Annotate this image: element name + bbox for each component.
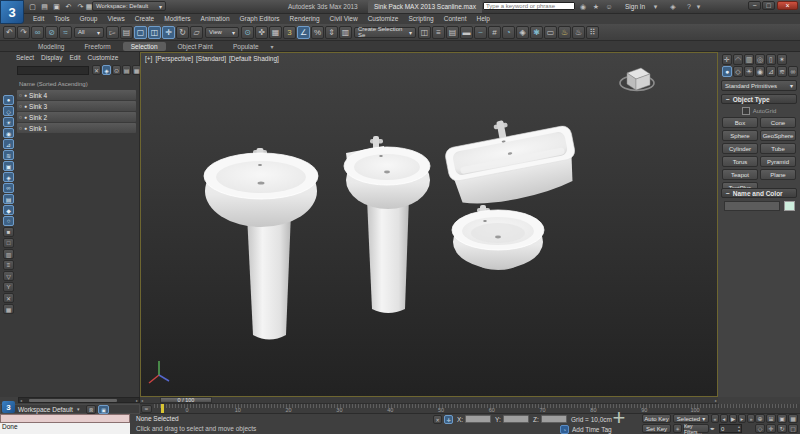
scene-object-row[interactable]: ○●Sink 2 xyxy=(17,112,136,122)
x-coordinate-field[interactable] xyxy=(465,415,491,423)
primitive-sphere-button[interactable]: Sphere xyxy=(722,130,758,141)
selection-lock-icon[interactable]: ✕ xyxy=(433,415,442,424)
sync-selection-icon[interactable]: ▥ xyxy=(3,249,14,259)
display-helpers-icon[interactable]: ⊿ xyxy=(3,139,14,149)
display-lights-icon[interactable]: ☀ xyxy=(3,117,14,127)
y-coordinate-field[interactable] xyxy=(503,415,529,423)
help-icon[interactable]: ? xyxy=(684,2,694,11)
sink-3-object[interactable] xyxy=(441,108,582,211)
modify-tab-icon[interactable]: ◠ xyxy=(733,54,743,65)
restore-button[interactable]: □ xyxy=(762,1,775,10)
current-frame-marker[interactable] xyxy=(161,404,164,413)
previous-frame-icon[interactable]: ◂ xyxy=(720,414,728,423)
create-tab-icon[interactable]: ✛ xyxy=(722,54,732,65)
explorer-menu-customize[interactable]: Customize xyxy=(88,54,119,61)
key-filters-button[interactable]: Key Filters... xyxy=(683,424,709,433)
align-icon[interactable]: ≡ xyxy=(432,26,445,39)
sort-alphabetical-icon[interactable]: ≡ xyxy=(3,260,14,270)
go-to-start-icon[interactable]: « xyxy=(711,414,719,423)
use-pivot-center-icon[interactable]: ⊙ xyxy=(241,26,254,39)
display-spacewarps-icon[interactable]: ≋ xyxy=(3,150,14,160)
hierarchy-tab-icon[interactable]: ▥ xyxy=(744,54,754,65)
primitive-box-button[interactable]: Box xyxy=(722,117,758,128)
rectangular-selection-region-icon[interactable]: ▢ xyxy=(134,26,147,39)
maximize-viewport-icon[interactable]: ▢ xyxy=(788,424,798,433)
workspace-mini-logo[interactable]: 3 xyxy=(2,401,15,413)
set-key-button[interactable]: Set Key xyxy=(642,424,671,433)
display-bones-icon[interactable]: ∞ xyxy=(3,183,14,193)
new-scene-icon[interactable]: ▢ xyxy=(27,2,38,12)
primitive-category-dropdown[interactable]: Standard Primitives ▾ xyxy=(721,80,797,91)
current-frame-field[interactable]: 0 ▴▾ xyxy=(719,424,742,433)
hierarchy-mode-icon[interactable]: Y xyxy=(3,282,14,292)
primitive-torus-button[interactable]: Torus xyxy=(722,156,758,167)
select-and-link-icon[interactable]: ∞ xyxy=(31,26,44,39)
object-name-field[interactable] xyxy=(724,201,780,211)
menu-scripting[interactable]: Scripting xyxy=(403,15,438,22)
visibility-dot-icon[interactable]: ○ xyxy=(19,103,22,109)
sign-in-link[interactable]: Sign In xyxy=(625,3,645,10)
primitive-tube-button[interactable]: Tube xyxy=(760,143,796,154)
visibility-dot-icon[interactable]: ○ xyxy=(19,125,22,131)
select-object-icon[interactable]: ▻ xyxy=(106,26,119,39)
select-dependents-icon[interactable]: □ xyxy=(3,238,14,248)
help-caret-icon[interactable]: ▾ xyxy=(695,2,702,11)
display-objects-icon[interactable]: ○ xyxy=(3,216,14,226)
sink-2-object[interactable] xyxy=(344,136,430,313)
object-type-rollout[interactable]: − Object Type xyxy=(721,94,797,104)
utilities-tab-icon[interactable]: ✶ xyxy=(777,54,787,65)
schematic-view-icon[interactable]: # xyxy=(488,26,501,39)
ribbon-overflow-icon[interactable]: ▾ xyxy=(271,43,274,50)
named-selection-set-field[interactable]: Create Selection Se ▾ xyxy=(354,27,416,38)
curve-editor-icon[interactable]: ~ xyxy=(474,26,487,39)
auto-key-button[interactable]: Auto Key xyxy=(642,414,671,423)
3ds-max-logo[interactable]: 3 xyxy=(0,0,24,24)
render-iterative-icon[interactable]: ♨ xyxy=(572,26,585,39)
selection-filter-dropdown[interactable]: All ▾ xyxy=(74,27,104,38)
filter-combinations-icon[interactable]: ✕ xyxy=(3,293,14,303)
rendered-frame-window-icon[interactable]: ▭ xyxy=(544,26,557,39)
primitive-cone-button[interactable]: Cone xyxy=(760,117,796,128)
select-and-manipulate-icon[interactable]: ✜ xyxy=(255,26,268,39)
ribbon-tab-modeling[interactable]: Modeling xyxy=(30,42,72,51)
zoom-icon[interactable]: ⊕ xyxy=(755,414,765,423)
viewcube[interactable] xyxy=(620,68,654,91)
search-go-icon[interactable]: ◉ xyxy=(578,2,588,11)
explorer-menu-edit[interactable]: Edit xyxy=(69,54,80,61)
primitive-pyramid-button[interactable]: Pyramid xyxy=(760,156,796,167)
select-and-move-icon[interactable]: ✛ xyxy=(162,26,175,39)
scrollbar-thumb[interactable] xyxy=(29,399,117,402)
viewport-label-segment-3[interactable]: [Default Shading] xyxy=(229,55,279,62)
select-and-rotate-icon[interactable]: ↻ xyxy=(176,26,189,39)
viewport-label-segment-2[interactable]: [Standard] xyxy=(196,55,226,62)
menu-tools[interactable]: Tools xyxy=(49,15,74,22)
ribbon-tab-freeform[interactable]: Freeform xyxy=(76,42,118,51)
scroll-left-icon[interactable]: ◂ xyxy=(20,398,22,403)
scroll-right-icon[interactable]: ▸ xyxy=(136,398,138,403)
maxscript-mini-listener-input[interactable] xyxy=(0,414,130,423)
object-color-swatch[interactable] xyxy=(784,201,795,211)
material-map-browser-icon[interactable]: ◈ xyxy=(516,26,529,39)
clear-search-icon[interactable]: ✕ xyxy=(92,65,101,75)
next-frame-icon[interactable]: ▸ xyxy=(738,414,746,423)
snaps-toggle-3d-icon[interactable]: 3 xyxy=(283,26,296,39)
viewport-label-segment-1[interactable]: [Perspective] xyxy=(155,55,193,62)
percent-snap-icon[interactable]: % xyxy=(311,26,324,39)
menu-help[interactable]: Help xyxy=(471,15,494,22)
workspace-dropdown[interactable]: Workspace: Default ▾ xyxy=(92,1,166,11)
ribbon-tab-populate[interactable]: Populate xyxy=(225,42,267,51)
menu-civil-view[interactable]: Civil View xyxy=(325,15,363,22)
scene-object-row[interactable]: ○●Sink 4 xyxy=(17,90,136,100)
configure-columns-icon[interactable]: ▦ xyxy=(3,304,14,314)
time-back-icon[interactable]: ◂ xyxy=(141,398,143,403)
chevron-down-icon[interactable]: ▾ xyxy=(77,406,80,412)
autogrid-checkbox[interactable] xyxy=(742,107,750,115)
select-children-icon[interactable]: ■ xyxy=(3,227,14,237)
menu-group[interactable]: Group xyxy=(74,15,102,22)
sink-4-object[interactable] xyxy=(452,205,544,270)
open-file-icon[interactable]: ▤ xyxy=(39,2,50,12)
systems-category-icon[interactable]: ∞ xyxy=(788,66,798,77)
visibility-dot-icon[interactable]: ○ xyxy=(19,114,22,120)
render-setup-icon[interactable]: ✱ xyxy=(530,26,543,39)
visibility-dot-icon[interactable]: ○ xyxy=(19,92,22,98)
